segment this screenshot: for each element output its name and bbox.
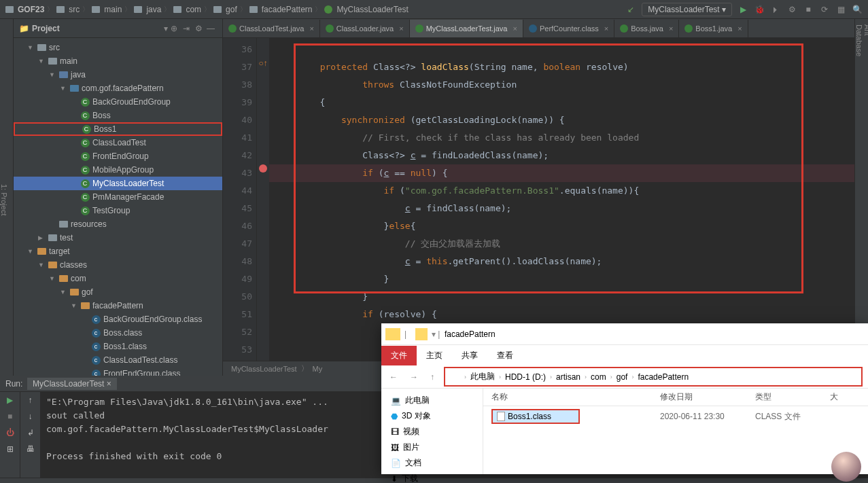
tab-classloadtest[interactable]: ClassLoadTest.java× — [223, 20, 320, 37]
close-icon[interactable]: × — [309, 24, 313, 33]
stop-icon[interactable]: ■ — [803, 4, 814, 15]
nav-up-icon[interactable]: ↑ — [428, 372, 437, 382]
tree-resources[interactable]: resources — [14, 217, 222, 231]
explorer-columns[interactable]: 名称 修改日期 类型 大 — [483, 389, 868, 406]
bc-src[interactable]: src — [69, 5, 80, 14]
bc2-a[interactable]: MyClassLoaderTest — [231, 365, 297, 373]
select-opened-icon[interactable]: ⊕ — [168, 24, 180, 33]
run-config-select[interactable]: MyClassLoaderTest ▾ — [642, 3, 732, 16]
nav-3d[interactable]: ⬣3D 对象 — [381, 408, 483, 424]
tree-f2[interactable]: cBoss.class — [14, 326, 222, 340]
tab-myclassloadertest[interactable]: MyClassLoaderTest.java× — [410, 20, 523, 37]
bc-com[interactable]: com — [186, 5, 201, 14]
tree-c7-myclassloadertest[interactable]: CMyClassLoaderTest — [14, 177, 222, 190]
project-tree[interactable]: ▼src ▼main ▼java ▼com.gof.facadePattern … — [14, 38, 222, 376]
stop-icon[interactable]: ■ — [7, 412, 12, 421]
tab-boss1[interactable]: Boss1.java× — [679, 20, 748, 37]
layout-icon[interactable]: ⊞ — [7, 444, 14, 454]
explorer-titlebar[interactable]: | ▾ | facadePattern — [381, 323, 868, 345]
bc2-b[interactable]: My — [313, 365, 323, 373]
explorer-ribbon-tabs[interactable]: 文件 主页 共享 查看 — [381, 345, 868, 365]
tree-c2[interactable]: CBoss — [14, 109, 222, 122]
close-icon[interactable]: × — [604, 24, 608, 33]
close-icon[interactable]: × — [669, 24, 673, 33]
print-icon[interactable]: 🖶 — [27, 444, 35, 454]
tree-src[interactable]: ▼src — [14, 41, 222, 54]
nav-pc[interactable]: 💻此电脑 — [381, 393, 483, 408]
down-icon[interactable]: ↓ — [29, 412, 33, 421]
crumb-com[interactable]: com — [591, 372, 606, 382]
tree-c9[interactable]: CTestGroup — [14, 204, 222, 217]
tab-share[interactable]: 共享 — [452, 346, 487, 365]
sync-icon[interactable]: ⟳ — [819, 4, 830, 15]
tree-c4[interactable]: CClassLoadTest — [14, 136, 222, 149]
structure-icon[interactable]: ▦ — [835, 4, 846, 15]
expand-icon[interactable]: ⇥ — [180, 24, 192, 33]
file-explorer-window[interactable]: | ▾ | facadePattern 文件 主页 共享 查看 ← → ↑ › … — [381, 323, 868, 474]
address-crumbs[interactable]: › 此电脑› HDD-1 (D:)› artisan› com› gof› fa… — [444, 367, 863, 387]
tree-c8[interactable]: CPmManagerFacade — [14, 190, 222, 204]
tree-c6[interactable]: CMobileAppGroup — [14, 163, 222, 177]
search-icon[interactable]: 🔍 — [852, 4, 863, 15]
tree-f5[interactable]: cFrontEndGroup.class — [14, 367, 222, 376]
nav-back-icon[interactable]: ← — [387, 372, 400, 382]
crumb-artisan[interactable]: artisan — [556, 372, 580, 382]
side-project[interactable]: 1: Project — [0, 184, 8, 215]
nav-docs[interactable]: 📄文档 — [381, 455, 483, 471]
breadcrumb[interactable]: GOF23 〉src 〉main 〉java 〉com 〉gof 〉facade… — [5, 5, 625, 14]
nav-fwd-icon[interactable]: → — [407, 372, 421, 382]
code-area[interactable]: protected Class<?> loadClass(String name… — [269, 38, 854, 361]
tab-home[interactable]: 主页 — [417, 346, 452, 365]
bc-gof[interactable]: gof — [226, 5, 237, 14]
wrap-icon[interactable]: ↲ — [27, 428, 34, 437]
up-icon[interactable]: ↑ — [29, 395, 33, 405]
tree-f1[interactable]: cBackGroudEndGroup.class — [14, 312, 222, 326]
nav-dl[interactable]: ⬇下载 — [381, 471, 483, 483]
gutter-marks[interactable]: ○↑ — [257, 38, 269, 361]
crumb-gof[interactable]: gof — [617, 372, 628, 382]
tree-f4[interactable]: cClassLoadTest.class — [14, 353, 222, 367]
close-icon[interactable]: × — [399, 24, 403, 33]
tree-java[interactable]: ▼java — [14, 68, 222, 82]
close-icon[interactable]: × — [513, 24, 517, 33]
editor-body[interactable]: 363738394041424344454647484950515253 ○↑ … — [223, 38, 854, 361]
run-tab[interactable]: MyClassLoaderTest × — [27, 378, 117, 390]
col-type[interactable]: 类型 — [755, 391, 830, 403]
bc-class[interactable]: MyClassLoaderTest — [336, 5, 408, 14]
debug-icon[interactable]: 🐞 — [754, 4, 765, 15]
coverage-icon[interactable]: ⏵ — [770, 4, 781, 15]
tree-target[interactable]: ▼target — [14, 245, 222, 258]
bc-main[interactable]: main — [104, 5, 122, 14]
tree-c3-boss1[interactable]: CBoss1 — [14, 122, 222, 136]
file-row-boss1[interactable]: Boss1.class 2020-06-11 23:30 CLASS 文件 — [483, 406, 868, 427]
tree-c5[interactable]: CFrontEndGroup — [14, 149, 222, 163]
rerun-icon[interactable]: ▶ — [7, 395, 13, 405]
bc-root[interactable]: GOF23 — [18, 5, 44, 14]
crumb-fp[interactable]: facadePattern — [638, 372, 689, 382]
tree-classes[interactable]: ▼classes — [14, 258, 222, 272]
crumb-d[interactable]: HDD-1 (D:) — [505, 372, 546, 382]
crumb-pc[interactable]: 此电脑 — [470, 371, 495, 382]
tree-f3[interactable]: cBoss1.class — [14, 340, 222, 353]
tree-c1[interactable]: CBackGroudEndGroup — [14, 95, 222, 109]
close-icon[interactable]: × — [737, 24, 742, 33]
avatar-icon[interactable] — [831, 452, 861, 482]
hide-icon[interactable]: — — [205, 24, 217, 33]
explorer-file-list[interactable]: 名称 修改日期 类型 大 Boss1.class 2020-06-11 23:3… — [483, 389, 868, 474]
tab-classloader[interactable]: ClassLoader.java× — [320, 20, 410, 37]
tab-file[interactable]: 文件 — [381, 346, 417, 365]
right-stripe[interactable]: Database Ant m Maven — [854, 19, 868, 376]
bc-java[interactable]: java — [146, 5, 161, 14]
editor-tabs[interactable]: ClassLoadTest.java× ClassLoader.java× My… — [223, 19, 854, 38]
tree-pkg[interactable]: ▼com.gof.facadePattern — [14, 82, 222, 95]
left-stripe[interactable]: 1: Project — [0, 19, 14, 376]
tree-tfp[interactable]: ▼facadePattern — [14, 299, 222, 312]
tab-boss[interactable]: Boss.java× — [614, 20, 679, 37]
tree-tgof[interactable]: ▼gof — [14, 285, 222, 299]
exit-icon[interactable]: ⏻ — [6, 428, 14, 437]
gear-icon[interactable]: ⚙ — [192, 24, 205, 33]
profile-icon[interactable]: ⚙ — [786, 4, 797, 15]
explorer-nav-pane[interactable]: 💻此电脑 ⬣3D 对象 🎞视频 🖼图片 📄文档 ⬇下载 — [381, 389, 483, 474]
col-name[interactable]: 名称 — [483, 391, 660, 403]
side-ant[interactable]: Ant — [863, 24, 868, 368]
